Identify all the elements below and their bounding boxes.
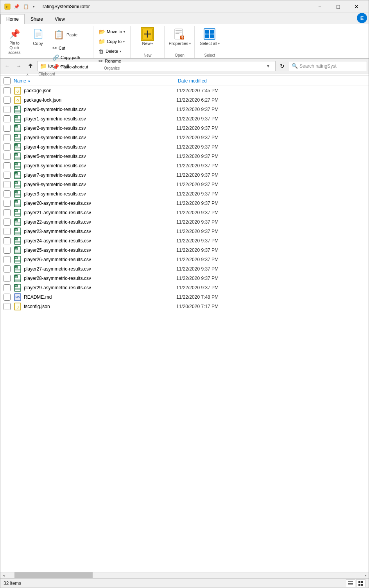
file-checkbox[interactable] (4, 87, 11, 94)
file-list[interactable]: {} package.json 11/22/2020 7:45 PM {} pa… (0, 86, 369, 572)
file-icon: X (14, 181, 21, 188)
file-checkbox[interactable] (4, 125, 11, 132)
search-bar[interactable]: 🔍 Search ratingSyst (289, 61, 367, 71)
file-row[interactable]: X player26-asymmetric-results.csv 11/22/… (0, 255, 369, 264)
minimize-button[interactable]: − (311, 1, 329, 13)
qat-copy-button[interactable]: 📋 (21, 2, 30, 11)
h-scroll-track[interactable] (7, 572, 362, 578)
paste-button[interactable]: 📋 Paste (50, 27, 90, 43)
file-row[interactable]: {} package-lock.json 11/22/2020 6:27 PM (0, 95, 369, 105)
file-checkbox[interactable] (4, 275, 11, 282)
file-checkbox[interactable] (4, 190, 11, 197)
file-row[interactable]: X player6-symmetric-results.csv 11/22/20… (0, 161, 369, 170)
list-view-button[interactable] (346, 579, 355, 587)
copy-button[interactable]: 📄 Copy (26, 26, 50, 49)
file-checkbox[interactable] (4, 181, 11, 188)
file-row[interactable]: X player21-asymmetric-results.csv 11/22/… (0, 208, 369, 217)
paste-shortcut-label: Paste shortcut (61, 65, 88, 69)
svg-text:X: X (15, 107, 17, 109)
qat-dropdown-button[interactable]: ▾ (31, 2, 36, 11)
rename-button[interactable]: ✏ Rename (97, 57, 127, 65)
file-name: player22-asymmetric-results.csv (24, 219, 176, 225)
move-to-button[interactable]: 📂 Move to ▾ (97, 27, 127, 36)
file-checkbox[interactable] (4, 162, 11, 169)
file-row[interactable]: X player20-asymmetric-results.csv 11/22/… (0, 199, 369, 208)
tab-share[interactable]: Share (25, 14, 49, 24)
file-row[interactable]: MD README.md 11/22/2020 7:48 PM (0, 292, 369, 302)
file-checkbox[interactable] (4, 303, 11, 310)
file-row[interactable]: X player8-symmetric-results.csv 11/22/20… (0, 180, 369, 189)
file-checkbox[interactable] (4, 134, 11, 141)
file-name: player8-symmetric-results.csv (24, 182, 176, 187)
file-checkbox[interactable] (4, 219, 11, 226)
tab-view[interactable]: View (49, 14, 71, 24)
select-all-checkbox[interactable] (4, 77, 11, 84)
file-checkbox[interactable] (4, 284, 11, 291)
horizontal-scrollbar[interactable]: ◂ ▸ (0, 572, 369, 578)
detail-view-button[interactable] (356, 579, 365, 587)
file-name: player28-asymmetric-results.csv (24, 276, 176, 281)
help-button[interactable]: E (357, 13, 367, 23)
h-scroll-right-button[interactable]: ▸ (362, 572, 369, 579)
file-row[interactable]: X player3-symmetric-results.csv 11/22/20… (0, 133, 369, 142)
file-row[interactable]: X player0-symmetric-results.csv 11/22/20… (0, 105, 369, 114)
breadcrumb-dropdown[interactable]: ▾ (263, 61, 273, 71)
file-row[interactable]: X player4-symmetric-results.csv 11/22/20… (0, 142, 369, 152)
organize-items: 📂 Move to ▾ 📁 Copy to ▾ 🗑 Delete ▾ (97, 26, 127, 65)
h-scroll-thumb[interactable] (14, 572, 93, 578)
file-checkbox[interactable] (4, 294, 11, 301)
restore-button[interactable]: □ (329, 1, 347, 13)
delete-button[interactable]: 🗑 Delete ▾ (97, 47, 127, 56)
file-checkbox[interactable] (4, 172, 11, 179)
file-checkbox[interactable] (4, 115, 11, 122)
open-items: Properties ▾ (168, 26, 191, 52)
file-row[interactable]: X player9-symmetric-results.csv 11/22/20… (0, 189, 369, 199)
new-button[interactable]: New ▾ (134, 26, 161, 49)
copy-path-button[interactable]: 🔗 Copy path (50, 53, 90, 62)
file-row[interactable]: X player25-asymmetric-results.csv 11/22/… (0, 246, 369, 255)
svg-rect-129 (361, 581, 363, 583)
file-checkbox[interactable] (4, 143, 11, 151)
file-row[interactable]: X player29-asymmetric-results.csv 11/22/… (0, 283, 369, 292)
delete-icon: 🗑 (99, 48, 104, 54)
file-checkbox[interactable] (4, 237, 11, 244)
view-buttons (346, 579, 365, 587)
file-row[interactable]: X player1-symmetric-results.csv 11/22/20… (0, 114, 369, 124)
file-row[interactable]: X player22-asymmetric-results.csv 11/22/… (0, 217, 369, 227)
file-row[interactable]: {} tsconfig.json 11/20/2020 7:17 PM (0, 302, 369, 311)
file-checkbox[interactable] (4, 153, 11, 160)
file-checkbox[interactable] (4, 228, 11, 235)
window-title: ratingSystemSimulator (43, 4, 311, 9)
refresh-button[interactable]: ↻ (277, 61, 287, 71)
file-checkbox[interactable] (4, 106, 11, 113)
tab-home[interactable]: Home (0, 14, 25, 24)
properties-button[interactable]: Properties ▾ (168, 26, 191, 49)
h-scroll-left-button[interactable]: ◂ (0, 572, 7, 579)
file-checkbox[interactable] (4, 247, 11, 254)
cut-button[interactable]: ✂ Cut (50, 44, 90, 52)
qat-pin-button[interactable]: 📌 (12, 2, 21, 11)
file-row[interactable]: X player23-asymmetric-results.csv 11/22/… (0, 227, 369, 236)
file-checkbox[interactable] (4, 200, 11, 207)
file-row[interactable]: {} package.json 11/22/2020 7:45 PM (0, 86, 369, 95)
svg-text:X: X (15, 182, 17, 185)
column-date-header[interactable]: Date modified (178, 78, 207, 84)
copy-to-button[interactable]: 📁 Copy to ▾ (97, 37, 127, 46)
file-row[interactable]: X player7-symmetric-results.csv 11/22/20… (0, 170, 369, 180)
column-name-header[interactable]: Name ∧ (14, 78, 178, 84)
file-date: 11/22/2020 6:27 PM (176, 97, 247, 103)
file-row[interactable]: X player24-asymmetric-results.csv 11/22/… (0, 236, 369, 246)
file-row[interactable]: X player27-asymmetric-results.csv 11/22/… (0, 264, 369, 274)
pin-to-quick-access-button[interactable]: 📌 Pin to Quickaccess (4, 26, 25, 57)
paste-shortcut-button[interactable]: 📌 Paste shortcut (50, 63, 90, 71)
file-checkbox[interactable] (4, 256, 11, 263)
close-button[interactable]: ✕ (348, 1, 365, 13)
select-button[interactable]: Select all ▾ (198, 26, 221, 49)
file-row[interactable]: X player2-symmetric-results.csv 11/22/20… (0, 124, 369, 133)
file-checkbox[interactable] (4, 97, 11, 104)
file-checkbox[interactable] (4, 265, 11, 272)
file-row[interactable]: X player5-symmetric-results.csv 11/22/20… (0, 152, 369, 161)
file-row[interactable]: X player28-asymmetric-results.csv 11/22/… (0, 274, 369, 283)
svg-text:X: X (15, 238, 17, 241)
file-checkbox[interactable] (4, 209, 11, 216)
